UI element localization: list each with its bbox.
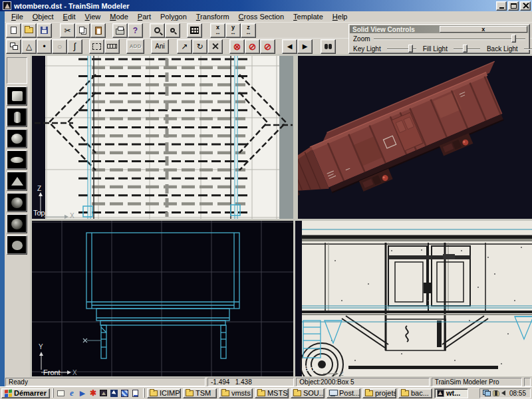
hide-z-button[interactable]: ⊘: [260, 39, 275, 54]
new-button[interactable]: [6, 23, 21, 38]
menu-help[interactable]: Help: [328, 12, 352, 21]
minimize-button[interactable]: [496, 1, 507, 11]
ruler-icon: [107, 44, 117, 49]
quicklaunch-grip[interactable]: [52, 388, 54, 398]
back-light-slider[interactable]: [524, 45, 532, 53]
show-desktop-icon[interactable]: [56, 388, 66, 398]
volume-tray-icon[interactable]: [501, 390, 505, 396]
task-sou[interactable]: SOU...: [291, 388, 325, 398]
shape-dome-button[interactable]: [7, 235, 27, 255]
menu-object[interactable]: Object: [28, 12, 59, 21]
zoom-out-button[interactable]: [165, 23, 180, 38]
internet-explorer-icon[interactable]: e: [66, 388, 77, 398]
shape-hemisphere-button[interactable]: [7, 214, 27, 233]
fill-light-slider[interactable]: [454, 45, 480, 53]
media-player-icon[interactable]: ▶: [77, 388, 88, 398]
menu-file[interactable]: File: [7, 12, 28, 21]
menu-transform[interactable]: Transform: [192, 12, 234, 21]
folder-icon: [365, 390, 373, 396]
close-button[interactable]: [520, 1, 531, 11]
z-axis-button[interactable]: z↔: [241, 23, 256, 38]
x-axis-button[interactable]: x↔: [210, 23, 225, 38]
animation-button[interactable]: Ani: [151, 39, 169, 54]
task-post[interactable]: Post...: [327, 388, 360, 398]
y-axis-button[interactable]: y↔: [225, 23, 241, 38]
task-icimp[interactable]: ICIMP: [147, 388, 181, 398]
task-vmsts[interactable]: vmsts: [219, 388, 253, 398]
shape-sphere-button[interactable]: [7, 129, 27, 148]
menu-view[interactable]: View: [80, 12, 106, 21]
open-button[interactable]: [21, 23, 37, 38]
side-view-canvas[interactable]: Side Z: [295, 221, 532, 376]
maximize-button[interactable]: [508, 1, 519, 11]
scale-tool-button[interactable]: [207, 39, 223, 54]
help-button[interactable]: ?: [128, 23, 143, 38]
shape-box-button[interactable]: [7, 86, 27, 106]
copy-button[interactable]: [75, 23, 90, 38]
pointer-app-icon[interactable]: [109, 388, 120, 398]
shape-disc-button[interactable]: [7, 150, 27, 170]
shape-palette: [5, 54, 30, 377]
windows-logo-icon: [5, 389, 12, 397]
rotate-tool-button[interactable]: ↻: [192, 39, 207, 54]
zoom-in-button[interactable]: [150, 23, 165, 38]
window-titlebar: wtombero.dst - TrainSim Modeler: [0, 0, 532, 11]
hide-y-button[interactable]: ⊘: [245, 39, 260, 54]
shape-geosphere-button[interactable]: [7, 193, 27, 212]
next-button[interactable]: ▶: [297, 39, 313, 54]
task-projets[interactable]: projets: [362, 388, 396, 398]
menu-mode[interactable]: Mode: [105, 12, 133, 21]
menu-edit[interactable]: Edit: [59, 12, 80, 21]
status-object-info: Object:2000:Box 5: [296, 378, 429, 386]
circle-mode-button[interactable]: ○: [52, 39, 67, 54]
document-app-icon[interactable]: [130, 388, 141, 398]
select-marquee-button[interactable]: [89, 39, 104, 54]
hide-x-button[interactable]: ⊗: [229, 39, 245, 54]
shape-cone-button[interactable]: [7, 172, 27, 191]
spline-button[interactable]: ∫: [67, 39, 82, 54]
key-light-thumb[interactable]: [408, 45, 413, 53]
paste-button[interactable]: [90, 23, 106, 38]
menu-polygon[interactable]: Polygon: [156, 12, 192, 21]
folder-icon: [293, 390, 301, 396]
move-tool-button[interactable]: ↗: [177, 39, 192, 54]
texture-app-icon[interactable]: [120, 388, 130, 398]
task-label: Post...: [339, 389, 360, 397]
print-button[interactable]: [112, 23, 128, 38]
menu-template[interactable]: Template: [289, 12, 328, 21]
add-button[interactable]: ADD: [126, 39, 144, 54]
key-light-slider[interactable]: [387, 45, 416, 53]
star-app-icon[interactable]: ✱: [88, 388, 98, 398]
grid-button[interactable]: [187, 23, 202, 38]
save-button[interactable]: [37, 23, 52, 38]
start-button[interactable]: Démarrer: [1, 388, 50, 398]
network-tray-icon[interactable]: [483, 390, 491, 396]
find-button[interactable]: [321, 39, 336, 54]
tasks-grip[interactable]: [143, 388, 145, 398]
task-wtombero-active[interactable]: wt...: [434, 388, 468, 398]
image-app-icon[interactable]: [98, 388, 109, 398]
polygon-mode-button[interactable]: △: [21, 39, 37, 54]
previous-button[interactable]: ◀: [282, 39, 297, 54]
shape-cylinder-button[interactable]: [7, 108, 27, 127]
task-bac[interactable]: bac...: [398, 388, 432, 398]
solid-view-canvas[interactable]: [298, 56, 532, 219]
cut-button[interactable]: ✂: [60, 23, 75, 38]
menu-cross-section[interactable]: Cross Section: [234, 12, 289, 21]
folder-icon: [257, 390, 265, 396]
task-msts[interactable]: MSTS: [255, 388, 289, 398]
panel-close-button[interactable]: x: [440, 26, 528, 33]
cascade-button[interactable]: [6, 39, 21, 54]
folder-icon: [401, 390, 409, 396]
solid-view-controls-titlebar[interactable]: Solid View Controls x: [350, 25, 529, 33]
top-view-canvas[interactable]: Z Top X: [32, 56, 293, 219]
point-mode-button[interactable]: •: [37, 39, 52, 54]
task-tsm[interactable]: TSM: [183, 388, 217, 398]
zoom-slider-thumb[interactable]: [511, 35, 516, 43]
measure-button[interactable]: [104, 39, 120, 54]
fill-light-thumb[interactable]: [463, 45, 467, 53]
front-view-canvas[interactable]: Y Front X: [32, 221, 293, 376]
menu-part[interactable]: Part: [133, 12, 156, 21]
zoom-slider[interactable]: [374, 35, 525, 43]
status-app-name: TrainSim Modeler Pro: [432, 378, 522, 386]
